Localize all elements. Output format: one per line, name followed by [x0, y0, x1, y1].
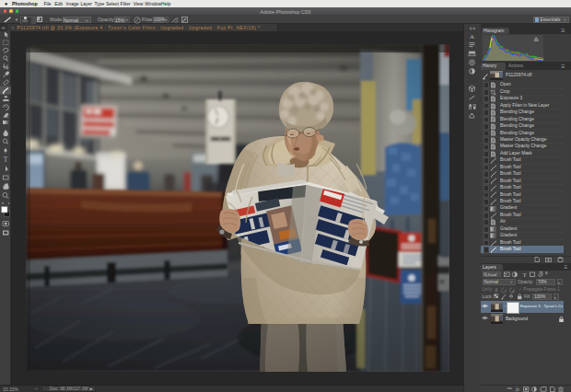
svg-text:fx: fx: [516, 386, 520, 392]
svg-text:T: T: [4, 156, 8, 164]
svg-text:A: A: [470, 33, 474, 40]
svg-text:T: T: [523, 271, 528, 278]
